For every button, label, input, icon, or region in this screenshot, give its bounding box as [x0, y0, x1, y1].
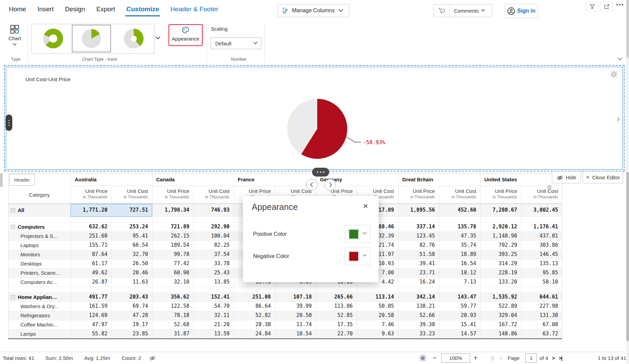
measure-header[interactable]: Unit Price [153, 188, 189, 194]
cell-value[interactable]: 23.71 [398, 268, 435, 277]
cell-value[interactable]: 155.71 [71, 241, 107, 250]
cell-value[interactable]: 82.76 [398, 241, 435, 250]
appearance-button[interactable]: Appearance [169, 24, 203, 46]
cell-value[interactable]: 1,798.34 [152, 204, 189, 216]
cell-value[interactable]: 167.72 [480, 320, 517, 329]
collapse-icon[interactable] [11, 208, 15, 212]
measure-header[interactable]: Unit Cost [440, 188, 476, 194]
cell-value[interactable]: 746.93 [193, 204, 230, 216]
chart-menu-button[interactable]: Chart [5, 22, 25, 47]
cell-value[interactable]: 10.54 [275, 329, 312, 338]
column-header-australia[interactable]: Australia [75, 173, 152, 186]
cell-value[interactable]: 26.50 [112, 259, 148, 268]
cell-value[interactable]: 58.10 [521, 277, 558, 287]
nav-left-button[interactable] [306, 179, 318, 191]
row-label-projectors-s-[interactable]: Projectors & S… [8, 231, 71, 241]
cell-value[interactable]: 253.24 [112, 222, 148, 231]
close-editor-button[interactable]: × Close Editor [583, 171, 623, 183]
measure-header[interactable]: Unit Price [399, 188, 435, 194]
cell-value[interactable]: 25.43 [193, 268, 230, 277]
cell-value[interactable]: 47.35 [439, 231, 476, 241]
hide-aggregations-eye-slash-icon[interactable] [149, 355, 156, 361]
gallery-dropdown-icon[interactable] [156, 34, 160, 39]
tab-design[interactable]: Design [64, 4, 85, 16]
cell-value[interactable]: 28.38 [234, 320, 271, 329]
cell-value[interactable]: 146.45 [521, 250, 558, 259]
cell-value[interactable]: 52.85 [316, 311, 353, 320]
cell-value[interactable]: 77.42 [152, 259, 189, 268]
cell-value[interactable]: 15.41 [439, 320, 476, 329]
row-label-monitors[interactable]: Monitors [8, 250, 71, 259]
cell-value[interactable]: 66.54 [112, 241, 148, 250]
cell-value[interactable]: 39.41 [398, 259, 435, 268]
more-options-icon[interactable]: ••• [616, 1, 624, 8]
cell-value[interactable]: 20.46 [112, 268, 148, 277]
cell-value[interactable]: 31.87 [152, 329, 189, 338]
cell-value[interactable]: 67.08 [521, 320, 558, 329]
cell-value[interactable]: 39.99 [275, 302, 312, 311]
cell-value[interactable]: 24.84 [234, 329, 271, 338]
prev-page-button[interactable]: < [499, 355, 502, 361]
cell-value[interactable]: 11.63 [112, 277, 148, 287]
cell-value[interactable]: 7.46 [357, 320, 394, 329]
row-label-coffee-machin-[interactable]: Coffee Machin… [8, 320, 71, 329]
cell-value[interactable]: 99.78 [152, 250, 189, 259]
cell-value[interactable]: 54.70 [193, 302, 230, 311]
cell-value[interactable]: 189.54 [152, 241, 189, 250]
cell-value[interactable]: 329.04 [480, 311, 517, 320]
cell-value[interactable]: 82.25 [193, 241, 230, 250]
cell-value[interactable]: 356.62 [152, 292, 189, 302]
cell-value[interactable]: 251.60 [71, 231, 107, 241]
positive-color-picker[interactable] [345, 225, 370, 243]
row-label-washers-dry-[interactable]: Washers & Dry… [8, 302, 71, 311]
cell-value[interactable]: 13.85 [193, 277, 230, 287]
nav-right-button[interactable] [324, 179, 336, 191]
cell-value[interactable]: 10.12 [439, 268, 476, 277]
chart-next-chevron-icon[interactable]: › [617, 112, 620, 124]
fullscreen-button[interactable] [600, 2, 613, 11]
row-label-desktops[interactable]: Desktops [8, 259, 71, 268]
tab-header-footer[interactable]: Header & Footer [170, 4, 218, 16]
cell-value[interactable]: 337.14 [398, 222, 435, 231]
measure-header[interactable]: Unit Cost [194, 188, 230, 194]
category-header[interactable]: Category [8, 186, 71, 203]
row-label-all[interactable]: All [8, 204, 71, 216]
cell-value[interactable]: 7,280.67 [480, 204, 517, 216]
cell-value[interactable]: 7.13 [439, 277, 476, 287]
cell-value[interactable]: 1,148.90 [480, 231, 517, 241]
cell-value[interactable]: 393.25 [480, 250, 517, 259]
cell-value[interactable]: 33.23 [398, 329, 435, 338]
cell-value[interactable]: 55.82 [71, 329, 107, 338]
manage-columns-button[interactable]: Manage Columns [278, 4, 349, 17]
cell-value[interactable]: 17.35 [316, 320, 353, 329]
cell-value[interactable]: 18.89 [439, 250, 476, 259]
chart-settings-gear-icon[interactable] [610, 70, 618, 78]
cell-value[interactable]: 203.43 [112, 292, 148, 302]
cell-value[interactable]: 52.68 [152, 320, 189, 329]
cell-value[interactable]: 228.19 [480, 268, 517, 277]
cell-value[interactable]: 262.15 [152, 231, 189, 241]
cell-value[interactable]: 113.14 [357, 292, 394, 302]
cell-value[interactable]: 123.45 [398, 231, 435, 241]
dialog-close-icon[interactable]: × [363, 201, 368, 210]
cell-value[interactable]: 39.38 [398, 320, 435, 329]
cell-value[interactable]: 86.64 [234, 302, 271, 311]
cell-value[interactable]: 122.58 [152, 302, 189, 311]
vertical-scrollbar[interactable] [626, 0, 629, 364]
cell-value[interactable]: 59.77 [439, 302, 476, 311]
cell-value[interactable]: 133.20 [480, 277, 517, 287]
cell-value[interactable]: 100.04 [193, 231, 230, 241]
collapse-icon[interactable] [11, 295, 15, 299]
cell-value[interactable]: 143.47 [439, 292, 476, 302]
hide-button[interactable]: Hide [552, 171, 581, 183]
add-comment-icon[interactable] [434, 4, 450, 17]
chart-drag-handle[interactable] [5, 115, 12, 131]
column-header-canada[interactable]: Canada [156, 173, 234, 186]
cell-value[interactable]: 26.87 [71, 277, 107, 287]
cell-value[interactable]: 452.60 [439, 204, 476, 216]
cell-value[interactable]: 23.85 [112, 329, 148, 338]
zoom-level-field[interactable]: 100% [441, 353, 470, 363]
cell-value[interactable]: 131.30 [521, 311, 558, 320]
page-number-field[interactable]: 1 [525, 353, 537, 363]
cell-value[interactable]: 135.78 [439, 222, 476, 231]
